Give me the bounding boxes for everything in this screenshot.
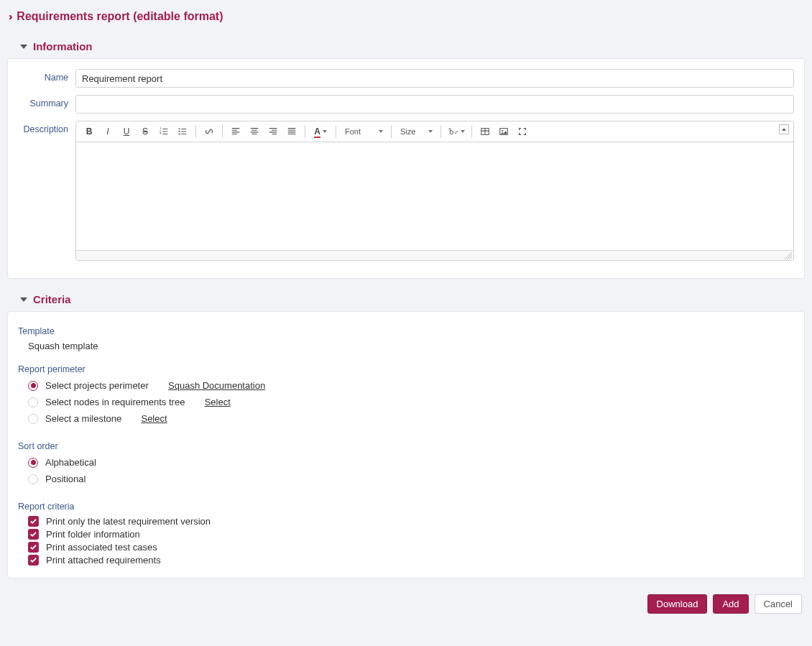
perimeter-link-nodes[interactable]: Select [205,397,231,407]
section-toggle-criteria[interactable]: Criteria [7,286,805,311]
check-label: Print associated test cases [46,542,157,553]
svg-text:3: 3 [160,131,162,135]
perimeter-option-milestone[interactable]: Select a milestone Select [28,413,794,424]
section-toggle-information[interactable]: Information [7,33,805,58]
image-icon[interactable] [495,124,512,139]
template-value: Squash template [28,341,794,351]
ordered-list-icon[interactable]: 123 [155,124,172,139]
check-attached-reqs[interactable]: Print attached requirements [28,555,794,566]
toolbar-collapse-icon[interactable] [779,124,789,134]
radio-label: Alphabetical [45,457,96,468]
radio-label: Select a milestone [45,413,121,424]
check-test-cases[interactable]: Print associated test cases [28,542,794,553]
table-icon[interactable] [476,124,494,139]
align-center-icon[interactable] [246,124,263,139]
check-latest-version[interactable]: Print only the latest requirement versio… [28,516,794,527]
description-label: Description [18,121,75,134]
resize-handle-icon[interactable] [785,252,792,259]
page-title: Requirements report (editable format) [17,10,223,23]
italic-icon[interactable]: I [99,124,116,139]
sort-label: Sort order [18,441,794,451]
radio-icon[interactable] [28,474,38,484]
checkbox-icon[interactable] [28,542,39,553]
criteria-checks-label: Report criteria [18,502,794,512]
svg-point-4 [179,131,180,132]
check-label: Print only the latest requirement versio… [46,516,211,527]
template-label: Template [18,326,794,336]
download-button[interactable]: Download [647,594,708,614]
rich-text-editor: B I U S 123 [75,121,794,261]
perimeter-link-projects[interactable]: Squash Documentation [168,380,265,391]
checkbox-icon[interactable] [28,529,39,540]
svg-point-8 [502,130,503,131]
unordered-list-icon[interactable] [174,124,191,139]
section-title-criteria: Criteria [33,293,71,305]
cancel-button[interactable]: Cancel [755,594,802,614]
check-folder-info[interactable]: Print folder information [28,529,794,540]
align-justify-icon[interactable] [283,124,300,139]
perimeter-option-projects[interactable]: Select projects perimeter Squash Documen… [28,380,794,391]
svg-point-3 [179,128,180,129]
sort-option-positional[interactable]: Positional [28,474,794,484]
radio-label: Select nodes in requirements tree [45,397,185,407]
perimeter-link-milestone[interactable]: Select [141,413,167,424]
checkbox-icon[interactable] [28,555,39,566]
summary-label: Summary [18,95,75,109]
text-color-icon[interactable]: A [310,124,331,139]
checkbox-icon[interactable] [28,516,39,527]
criteria-panel: Template Squash template Report perimete… [7,311,805,578]
perimeter-option-nodes[interactable]: Select nodes in requirements tree Select [28,397,794,407]
section-title-information: Information [33,40,93,52]
radio-icon[interactable] [28,381,38,391]
radio-label: Positional [45,474,86,484]
summary-input[interactable] [75,95,794,114]
align-right-icon[interactable] [264,124,282,139]
align-left-icon[interactable] [227,124,244,139]
add-button[interactable]: Add [713,594,748,614]
size-select[interactable]: Size [396,124,436,139]
radio-label: Select projects perimeter [45,380,149,391]
check-label: Print folder information [46,529,140,540]
check-label: Print attached requirements [46,555,161,566]
bold-icon[interactable]: B [80,124,98,139]
name-label: Name [18,69,75,83]
radio-icon[interactable] [28,414,38,424]
radio-icon[interactable] [28,458,38,468]
svg-point-5 [179,133,180,134]
chevron-down-icon [20,297,27,302]
editor-statusbar [76,250,793,260]
footer-actions: Download Add Cancel [7,586,805,614]
maximize-icon[interactable] [514,124,531,139]
editor-toolbar: B I U S 123 [76,121,793,142]
information-panel: Name Summary Description B I U S [7,58,805,279]
perimeter-label: Report perimeter [18,364,794,374]
underline-icon[interactable]: U [118,124,135,139]
link-icon[interactable] [200,124,218,139]
radio-icon[interactable] [28,397,38,407]
spellcheck-icon[interactable]: Ⴆ✓ [446,124,467,139]
description-textarea[interactable] [76,142,793,250]
chevron-down-icon [20,45,27,49]
strike-icon[interactable]: S [137,124,154,139]
sort-option-alphabetical[interactable]: Alphabetical [28,457,794,468]
font-select[interactable]: Font [341,124,387,139]
name-input[interactable] [75,69,794,88]
expand-icon[interactable]: ›› [9,11,9,22]
